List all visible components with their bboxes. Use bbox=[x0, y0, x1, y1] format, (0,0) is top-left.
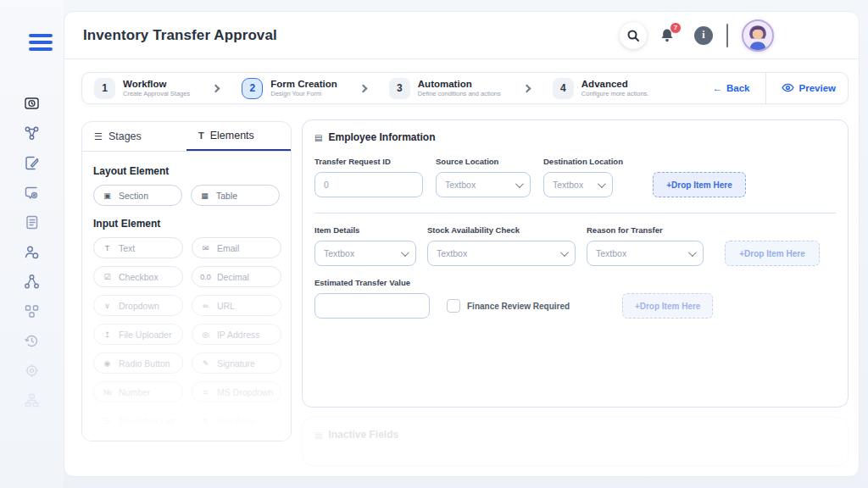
step-workflow[interactable]: 1 Workflow Create Approval Stages bbox=[94, 78, 190, 99]
notes-icon[interactable] bbox=[24, 214, 41, 230]
element-palette-panel: ☰ Stages T Elements Layout Element ▣ Sec… bbox=[81, 121, 292, 441]
item-details-select[interactable]: Textbox bbox=[314, 241, 416, 266]
back-button[interactable]: ← Back bbox=[713, 83, 750, 93]
step-form-creation[interactable]: 2 Form Creation Design Your Form bbox=[242, 78, 337, 99]
form-edit-icon[interactable] bbox=[24, 154, 41, 171]
file-upload-icon: ↥ bbox=[102, 330, 113, 339]
stages-list-icon: ☰ bbox=[94, 131, 103, 142]
field-label-reason-for-transfer: Reason for Transfer bbox=[587, 225, 704, 235]
link-icon: ∞ bbox=[200, 302, 211, 310]
element-chip-decimal[interactable]: 0.0 Decimal bbox=[192, 266, 282, 287]
element-chip-section[interactable]: ▣ Section bbox=[93, 185, 182, 206]
element-chip-table[interactable]: ▦ Table bbox=[191, 185, 280, 206]
chevron-down-icon bbox=[401, 248, 409, 257]
element-chip-faded[interactable] bbox=[192, 439, 282, 441]
element-chip-ip-address[interactable]: ◎ IP Address bbox=[192, 324, 282, 345]
settings-icon[interactable] bbox=[24, 362, 41, 379]
element-chip-text-area[interactable]: ¶ Text Area bbox=[192, 410, 282, 431]
actions-divider bbox=[765, 72, 766, 104]
section-icon: ▣ bbox=[102, 191, 113, 200]
workflow-stepper: 1 Workflow Create Approval Stages 2 Form… bbox=[81, 72, 849, 104]
field-label-stock-availability-check: Stock Availability Check bbox=[427, 225, 576, 235]
workflow-icon[interactable] bbox=[24, 125, 41, 141]
multiselect-dropdown-icon: ≡ bbox=[200, 388, 211, 396]
element-chip-text[interactable]: T Text bbox=[93, 237, 183, 258]
element-chip-number[interactable]: № Number bbox=[93, 381, 183, 402]
destination-location-select[interactable]: Textbox bbox=[543, 172, 613, 197]
history-icon[interactable] bbox=[24, 332, 41, 349]
row-divider bbox=[314, 213, 836, 214]
transfer-request-id-input[interactable] bbox=[314, 172, 423, 197]
hierarchy-icon[interactable] bbox=[24, 273, 41, 290]
step-automation[interactable]: 3 Automation Define conditions and actio… bbox=[389, 78, 501, 99]
layout-element-heading: Layout Element bbox=[93, 165, 280, 177]
element-chip-file-uploader[interactable]: ↥ File Uploader bbox=[93, 324, 183, 345]
tab-stages[interactable]: ☰ Stages bbox=[82, 122, 186, 151]
element-chip-checkbox[interactable]: ☑ Checkbox bbox=[93, 266, 183, 287]
decimal-icon: 0.0 bbox=[200, 273, 211, 281]
ip-address-icon: ◎ bbox=[200, 330, 211, 339]
element-chip-dropdown[interactable]: ∨ Dropdown bbox=[93, 295, 183, 316]
signature-icon: ✎ bbox=[200, 359, 211, 368]
arrow-left-icon: ← bbox=[713, 83, 723, 93]
source-location-select[interactable]: Textbox bbox=[436, 172, 531, 197]
field-label-source-location: Source Location bbox=[436, 157, 531, 166]
finance-review-checkbox[interactable] bbox=[447, 299, 460, 313]
faded-next-section: ▤ Inactive Fields bbox=[302, 417, 849, 466]
faded-section-title: Inactive Fields bbox=[328, 429, 398, 441]
field-label-transfer-request-id: Transfer Request ID bbox=[314, 157, 423, 166]
stock-availability-check-select[interactable]: Textbox bbox=[427, 241, 576, 266]
chat-settings-icon[interactable] bbox=[24, 184, 41, 201]
chevron-right-icon bbox=[522, 84, 531, 92]
field-label-item-details: Item Details bbox=[314, 225, 416, 235]
checkbox-list-icon: ☰ bbox=[102, 417, 113, 425]
chevron-down-icon bbox=[688, 248, 697, 257]
section-header-icon: ▤ bbox=[314, 133, 322, 142]
element-chip-email[interactable]: ✉ Email bbox=[192, 237, 282, 258]
email-icon: ✉ bbox=[200, 244, 211, 252]
text-type-icon: T bbox=[198, 130, 204, 141]
number-icon: № bbox=[102, 388, 113, 396]
main-panel: Inventory Transfer Approval 7 i bbox=[64, 11, 860, 477]
modules-icon[interactable] bbox=[24, 302, 41, 319]
element-chip-faded[interactable] bbox=[93, 439, 183, 441]
eye-icon bbox=[782, 83, 794, 94]
dashboard-icon[interactable] bbox=[24, 95, 41, 112]
estimated-transfer-value-input[interactable] bbox=[314, 293, 430, 319]
dropdown-icon: ∨ bbox=[102, 302, 113, 310]
drop-zone[interactable]: +Drop Item Here bbox=[622, 293, 713, 319]
element-chip-ms-dropdown[interactable]: ≡ MS Dropdown bbox=[192, 381, 282, 402]
table-icon: ▦ bbox=[199, 191, 210, 200]
tab-elements[interactable]: T Elements bbox=[186, 122, 291, 151]
topbar-divider bbox=[726, 24, 728, 47]
preview-button[interactable]: Preview bbox=[782, 83, 836, 94]
chevron-down-icon bbox=[515, 180, 524, 188]
field-label-estimated-transfer-value: Estimated Transfer Value bbox=[314, 278, 430, 287]
element-chip-radio-button[interactable]: ◉ Radio Button bbox=[93, 352, 183, 374]
element-chip-url[interactable]: ∞ URL bbox=[192, 295, 282, 316]
drop-zone[interactable]: +Drop Item Here bbox=[725, 241, 820, 266]
text-area-icon: ¶ bbox=[200, 417, 211, 425]
search-icon[interactable] bbox=[620, 22, 647, 49]
radio-button-icon: ◉ bbox=[102, 359, 113, 368]
user-settings-icon[interactable] bbox=[24, 243, 41, 260]
chevron-right-icon bbox=[212, 84, 220, 92]
chevron-down-icon bbox=[560, 248, 569, 257]
reason-for-transfer-select[interactable]: Textbox bbox=[587, 241, 704, 266]
page-title: Inventory Transfer Approval bbox=[83, 27, 277, 44]
form-canvas: ▤ Employee Information Transfer Request … bbox=[302, 119, 849, 408]
drop-zone[interactable]: +Drop Item Here bbox=[653, 172, 746, 197]
org-chart-icon[interactable] bbox=[24, 391, 41, 408]
checkbox-icon: ☑ bbox=[102, 273, 113, 281]
notifications-bell-icon[interactable]: 7 bbox=[659, 27, 676, 44]
rail-icon-list bbox=[0, 95, 64, 408]
element-chip-signature[interactable]: ✎ Signature bbox=[192, 352, 282, 374]
field-label-destination-location: Destination Location bbox=[543, 157, 613, 166]
user-avatar[interactable] bbox=[742, 19, 774, 52]
palette-tabs: ☰ Stages T Elements bbox=[82, 122, 291, 152]
chevron-down-icon bbox=[598, 180, 606, 188]
step-advanced[interactable]: 4 Advanced Configure more actions. bbox=[553, 78, 649, 99]
info-icon[interactable]: i bbox=[694, 26, 713, 45]
hamburger-menu-icon[interactable] bbox=[29, 34, 53, 54]
element-chip-checkbox-list[interactable]: ☰ Checkbox List bbox=[93, 410, 183, 431]
